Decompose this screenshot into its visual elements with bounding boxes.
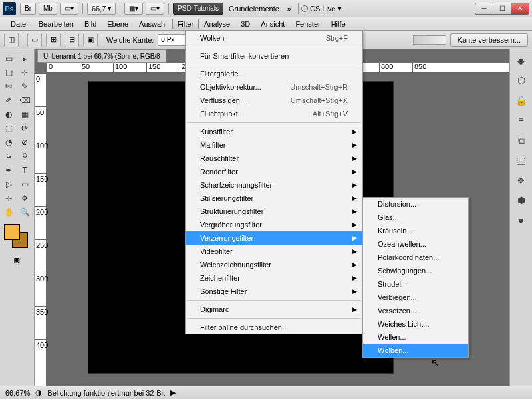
menu-ansicht[interactable]: Ansicht	[255, 19, 290, 29]
filter-item[interactable]: WolkenStrg+F	[186, 31, 362, 45]
selection-intersect-button[interactable]: ▣	[83, 33, 98, 47]
workspace-label[interactable]: Grundelemente	[225, 5, 283, 13]
menu-bild[interactable]: Bild	[79, 19, 102, 29]
minibridge-button[interactable]: Mb	[39, 3, 57, 15]
tool-10[interactable]: ⬚	[1, 122, 16, 135]
window-close-button[interactable]: ✕	[511, 3, 529, 15]
quickmask-button[interactable]: ◙	[1, 255, 33, 265]
distort-item[interactable]: Polarkoordinaten...	[363, 251, 468, 264]
filter-item[interactable]: Kunstfilter▶	[186, 125, 362, 138]
filter-item[interactable]: Zeichenfilter▶	[186, 271, 362, 285]
menu-datei[interactable]: Datei	[5, 19, 33, 29]
menu-ebene[interactable]: Ebene	[102, 19, 134, 29]
viewextras-button[interactable]: ▦▾	[124, 3, 143, 15]
distort-item[interactable]: Ozeanwellen...	[363, 237, 468, 251]
window-minimize-button[interactable]: ─	[475, 3, 493, 15]
status-zoom[interactable]: 66,67%	[5, 389, 30, 397]
cslive-label[interactable]: CS Live	[310, 5, 336, 13]
distort-item[interactable]: Kräuseln...	[363, 224, 468, 237]
panel-icon-8[interactable]: ●	[513, 213, 529, 227]
tool-13[interactable]: ⊘	[17, 136, 32, 149]
distort-item[interactable]: Schwingungen...	[363, 264, 468, 277]
status-arrow-icon[interactable]: ▶	[170, 388, 176, 397]
panel-icon-7[interactable]: ⬢	[513, 193, 529, 207]
panel-icon-2[interactable]: 🔒	[513, 93, 529, 108]
distort-item[interactable]: Versetzen...	[363, 304, 468, 317]
distort-item[interactable]: Distorsion...	[363, 198, 468, 211]
tool-16[interactable]: ✒	[1, 164, 16, 177]
panel-icon-0[interactable]: ◆	[513, 53, 529, 68]
filter-item[interactable]: Filtergalerie...	[186, 67, 362, 80]
panel-icon-1[interactable]: ⬡	[513, 73, 529, 88]
screenmode-button[interactable]: ▭▾	[60, 3, 78, 15]
filter-item[interactable]: Verzerrungsfilter▶	[186, 231, 362, 245]
panel-icon-3[interactable]: ≡	[513, 113, 529, 128]
tool-0[interactable]: ▭	[1, 52, 16, 65]
filter-item[interactable]: Verflüssigen...Umschalt+Strg+X	[186, 94, 362, 107]
distort-item[interactable]: Wellen...	[363, 331, 468, 344]
tool-14[interactable]: ⤿	[1, 150, 16, 163]
menu-fenster[interactable]: Fenster	[290, 19, 325, 29]
workspace-more-icon[interactable]: »	[283, 5, 295, 13]
menu-hilfe[interactable]: Hilfe	[326, 19, 351, 29]
cslive-dropdown-icon[interactable]: ▼	[336, 5, 342, 12]
tool-19[interactable]: ▭	[17, 178, 32, 191]
menu-filter[interactable]: Filter	[172, 19, 199, 29]
workspace-switch-button[interactable]: PSD-Tutorials	[173, 3, 223, 15]
selection-new-button[interactable]: ▭	[27, 33, 42, 47]
color-swatches[interactable]	[4, 224, 31, 251]
tool-8[interactable]: ◐	[1, 108, 16, 121]
tool-21[interactable]: ✥	[17, 192, 32, 205]
document-tab[interactable]: Unbenannt-1 bei 66,7% (Sonne, RGB/8	[37, 49, 166, 63]
tool-18[interactable]: ▷	[1, 178, 16, 191]
arrange-button[interactable]: ▭▾	[146, 3, 164, 15]
selection-sub-button[interactable]: ⊟	[65, 33, 79, 47]
filter-item[interactable]: Filter online durchsuchen...	[186, 321, 362, 334]
distort-item[interactable]: Verbiegen...	[363, 291, 468, 304]
filter-item[interactable]: Fluchtpunkt...Alt+Strg+V	[186, 107, 362, 120]
tool-9[interactable]: ▦	[17, 108, 32, 121]
tool-6[interactable]: ✐	[1, 94, 16, 107]
tool-7[interactable]: ⌫	[17, 94, 32, 107]
tool-4[interactable]: ✄	[1, 80, 16, 93]
tool-22[interactable]: ✋	[1, 205, 16, 219]
filter-item[interactable]: Vergröberungsfilter▶	[186, 218, 362, 231]
distort-item[interactable]: Glas...	[363, 211, 468, 224]
selection-add-button[interactable]: ⊞	[46, 33, 61, 47]
unknown-slider[interactable]	[413, 35, 446, 45]
refine-edge-button[interactable]: Kante verbessern...	[450, 33, 528, 47]
tool-11[interactable]: ⟳	[17, 122, 32, 135]
menu-auswahl[interactable]: Auswahl	[134, 19, 172, 29]
tool-5[interactable]: ✎	[17, 80, 32, 93]
window-maximize-button[interactable]: ☐	[493, 3, 511, 15]
zoom-level-button[interactable]: 66,7 ▾	[87, 3, 116, 15]
panel-icon-4[interactable]: ⧉	[513, 133, 529, 148]
filter-item[interactable]: Für Smartfilter konvertieren	[186, 49, 362, 63]
filter-item[interactable]: Malfilter▶	[186, 138, 362, 152]
filter-item[interactable]: Strukturierungsfilter▶	[186, 205, 362, 218]
filter-item[interactable]: Rauschfilter▶	[186, 152, 362, 165]
tool-preset-button[interactable]: ◫	[4, 33, 19, 47]
filter-item[interactable]: Digimarc▶	[186, 303, 362, 316]
filter-item[interactable]: Objektivkorrektur...Umschalt+Strg+R	[186, 80, 362, 94]
filter-item[interactable]: Scharfzeichnungsfilter▶	[186, 178, 362, 192]
menu-analyse[interactable]: Analyse	[199, 19, 235, 29]
distort-item[interactable]: Wölben...	[363, 344, 468, 357]
tool-2[interactable]: ◫	[1, 66, 16, 79]
filter-item[interactable]: Stilisierungsfilter▶	[186, 192, 362, 205]
filter-item[interactable]: Sonstige Filter▶	[186, 285, 362, 298]
filter-item[interactable]: Videofilter▶	[186, 245, 362, 258]
menu-bearbeiten[interactable]: Bearbeiten	[33, 19, 79, 29]
distort-item[interactable]: Weiches Licht...	[363, 317, 468, 331]
menu-3d[interactable]: 3D	[235, 19, 255, 29]
tool-1[interactable]: ▸	[17, 52, 32, 65]
filter-item[interactable]: Renderfilter▶	[186, 165, 362, 178]
tool-20[interactable]: ⊹	[1, 192, 16, 205]
bridge-button[interactable]: Br	[20, 3, 36, 15]
tool-3[interactable]: ⊹	[17, 66, 32, 79]
tool-23[interactable]: 🔍	[17, 205, 32, 219]
distort-item[interactable]: Strudel...	[363, 277, 468, 291]
panel-icon-6[interactable]: ❖	[513, 173, 529, 188]
tool-17[interactable]: T	[17, 164, 32, 177]
tool-15[interactable]: ⚲	[17, 150, 32, 163]
